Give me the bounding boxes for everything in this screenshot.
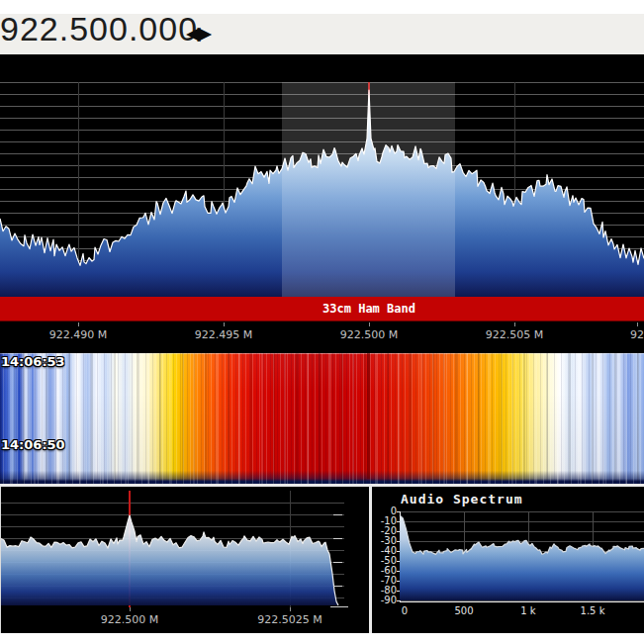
- frequency-tick: [514, 322, 515, 326]
- audio-hz-label: 0: [402, 605, 408, 616]
- audio-vertical-gridline: [528, 511, 529, 601]
- frequency-step-arrows[interactable]: ◀▶: [186, 22, 209, 44]
- waterfall-timestamp: 14:06:50: [1, 437, 65, 452]
- zoom-scale-tick: [333, 586, 342, 587]
- zoom-frequency-tick: [290, 607, 291, 611]
- frequency-tick-label: 922.495 M: [195, 328, 252, 341]
- frequency-tick-label: 92: [630, 328, 644, 341]
- main-vertical-gridline: [78, 82, 79, 297]
- audio-db-label: -90: [371, 596, 397, 605]
- frequency-tick-label: 922.490 M: [49, 328, 107, 341]
- main-vertical-gridline: [514, 82, 515, 297]
- frequency-tick: [369, 322, 370, 326]
- zoom-spectrum-grid: [1, 503, 344, 601]
- frequency-display[interactable]: 922.500.000: [0, 10, 198, 48]
- bandplan-banner: 33cm Ham Band: [0, 297, 644, 322]
- zoom-scale-tick: [333, 514, 342, 515]
- sdr-application-window: 922.500.000 ◀▶ 33cm Ham Band 922.490 M92…: [0, 0, 644, 644]
- zoom-baseline-tick: [330, 606, 348, 607]
- waterfall-center-stripe: [367, 353, 370, 479]
- audio-db-tick: [397, 571, 400, 572]
- zoom-frequency-tick-label: 922.5025 M: [257, 613, 322, 626]
- audio-db-tick: [397, 581, 400, 582]
- filter-passband-highlight[interactable]: [282, 82, 455, 321]
- zoom-frequency-tick-label: 922.500 M: [101, 613, 158, 626]
- zoom-vertical-gridline: [290, 491, 291, 607]
- audio-db-tick: [397, 600, 400, 601]
- frequency-tick: [637, 322, 638, 326]
- bandplan-label: 33cm Ham Band: [322, 302, 415, 316]
- audio-vertical-gridline: [593, 511, 594, 601]
- audio-hz-label: 1 k: [520, 605, 535, 616]
- audio-db-tick: [397, 551, 400, 552]
- audio-vertical-gridline: [464, 511, 465, 601]
- frequency-tick: [224, 322, 225, 326]
- zoom-center-frequency-line: [129, 491, 131, 607]
- zoom-scale-tick: [333, 538, 342, 539]
- zoom-spectrum-panel[interactable]: 922.500 M922.5025 M: [0, 487, 371, 633]
- frequency-tick-label: 922.500 M: [340, 328, 398, 341]
- zoom-scale-tick: [333, 562, 342, 563]
- audio-hz-label: 500: [454, 605, 473, 616]
- audio-db-tick: [397, 561, 400, 562]
- waterfall-timestamp: 14:06:53: [1, 354, 65, 369]
- zoom-frequency-tick: [130, 607, 131, 611]
- frequency-axis: 922.490 M922.495 M922.500 M922.505 M92: [0, 322, 644, 353]
- audio-spectrum-plot: [400, 511, 644, 602]
- waterfall-display[interactable]: 14:06:53 14:06:50: [0, 353, 644, 484]
- audio-db-tick: [397, 541, 400, 542]
- frequency-header: 922.500.000 ◀▶: [0, 14, 644, 54]
- audio-db-tick: [397, 591, 400, 592]
- audio-hz-label: 1.5 k: [581, 605, 605, 616]
- audio-db-tick: [397, 511, 400, 512]
- audio-db-tick: [397, 531, 400, 532]
- audio-spectrum-title: Audio Spectrum: [401, 492, 523, 506]
- audio-db-tick: [397, 521, 400, 522]
- audio-spectrum-panel[interactable]: Audio Spectrum 0-10-20-30-40-50-60-70-80…: [372, 487, 644, 633]
- main-vertical-gridline: [224, 82, 225, 297]
- frequency-tick-label: 922.505 M: [486, 328, 543, 341]
- frequency-tick: [78, 322, 79, 326]
